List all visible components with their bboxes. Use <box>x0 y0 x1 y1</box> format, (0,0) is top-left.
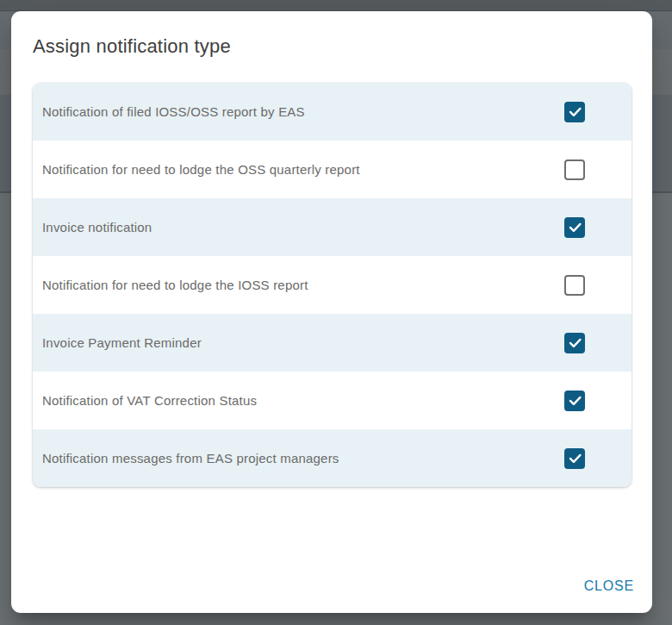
close-button[interactable]: CLOSE <box>577 572 641 601</box>
background-top-bar <box>0 0 672 11</box>
dialog-actions: CLOSE <box>11 572 652 613</box>
notification-label: Notification messages from EAS project m… <box>42 451 564 466</box>
check-icon <box>567 450 583 466</box>
notification-type-list: Notification of filed IOSS/OSS report by… <box>33 83 632 487</box>
check-icon <box>567 103 583 120</box>
notification-checkbox[interactable] <box>564 391 585 411</box>
notification-checkbox[interactable] <box>564 333 585 353</box>
check-icon <box>567 392 583 409</box>
notification-row: Invoice notification <box>33 198 632 256</box>
notification-label: Notification for need to lodge the OSS q… <box>42 162 564 177</box>
notification-row: Notification for need to lodge the IOSS … <box>33 256 632 314</box>
notification-checkbox[interactable] <box>564 159 585 180</box>
notification-checkbox[interactable] <box>564 217 585 238</box>
notification-row: Invoice Payment Reminder <box>33 314 632 372</box>
dialog-title: Assign notification type <box>33 34 631 59</box>
screen: Assign notification type Notification of… <box>0 0 672 625</box>
notification-checkbox[interactable] <box>564 448 585 469</box>
notification-row: Notification messages from EAS project m… <box>33 429 632 487</box>
assign-notification-type-dialog: Assign notification type Notification of… <box>11 11 652 613</box>
notification-label: Invoice Payment Reminder <box>42 335 564 350</box>
notification-checkbox[interactable] <box>564 102 585 122</box>
notification-label: Notification for need to lodge the IOSS … <box>42 278 564 292</box>
check-icon <box>567 219 583 235</box>
notification-label: Notification of VAT Correction Status <box>42 393 564 408</box>
notification-label: Invoice notification <box>42 220 564 234</box>
check-icon <box>567 334 583 351</box>
notification-row: Notification for need to lodge the OSS q… <box>33 141 632 198</box>
notification-checkbox[interactable] <box>564 275 585 296</box>
notification-label: Notification of filed IOSS/OSS report by… <box>42 104 564 119</box>
notification-row: Notification of filed IOSS/OSS report by… <box>33 83 632 141</box>
notification-row: Notification of VAT Correction Status <box>33 372 632 429</box>
